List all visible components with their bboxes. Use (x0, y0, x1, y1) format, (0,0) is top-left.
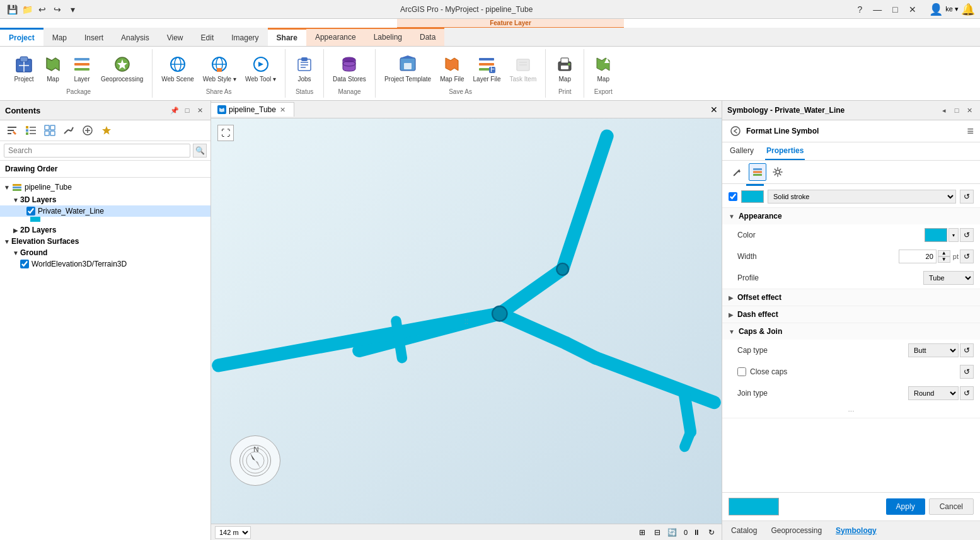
search-button[interactable]: 🔍 (193, 144, 207, 158)
saveas-projecttemplate-button[interactable]: Project Template (381, 52, 435, 86)
stroke-type-select[interactable]: Solid stroke (768, 190, 956, 204)
tree-item-world-elevation[interactable]: WorldElevation3D/Terrain3D (0, 258, 210, 270)
redo-button[interactable]: ↪ (50, 3, 64, 16)
offset-section-header[interactable]: ▶ Offset effect (722, 289, 980, 306)
tree-item-2dlayers[interactable]: ▶ 2D Layers (0, 224, 210, 236)
map-expand-button[interactable]: ⛶ (217, 125, 234, 141)
close-caps-reset-button[interactable]: ↺ (960, 365, 974, 379)
close-caps-checkbox[interactable] (737, 367, 746, 376)
tab-analysis[interactable]: Analysis (112, 28, 158, 46)
filter-line-button[interactable] (61, 122, 77, 139)
pencil-tool-button[interactable] (729, 163, 746, 181)
map-navigator[interactable]: N (230, 435, 280, 486)
help-button[interactable]: ? (853, 3, 866, 16)
tab-labeling[interactable]: Labeling (365, 29, 411, 45)
sym-back-button[interactable] (729, 124, 742, 138)
filter-list-button[interactable] (23, 122, 39, 139)
settings-tool-button[interactable] (769, 163, 787, 181)
save-button[interactable]: 💾 (5, 3, 19, 16)
map-canvas[interactable]: ⛶ :: N (211, 118, 722, 524)
tab-view[interactable]: View (158, 28, 192, 46)
tab-gallery[interactable]: Gallery (729, 142, 755, 160)
package-layer-button[interactable]: Layer (68, 52, 96, 86)
filter-add-button[interactable] (79, 122, 96, 139)
color-reset-button[interactable]: ↺ (960, 228, 974, 242)
saveas-mapfile-button[interactable]: Map File (436, 52, 468, 86)
table-button[interactable]: ⊟ (651, 526, 664, 539)
map-tab-close-button[interactable]: ✕ (279, 105, 287, 114)
apply-button[interactable]: Apply (886, 498, 925, 515)
undo-button[interactable]: ↩ (35, 3, 49, 16)
panel-tab-symbology[interactable]: Symbology (832, 524, 880, 537)
sym-close-button[interactable]: ✕ (964, 105, 975, 116)
layers-tool-button[interactable] (749, 163, 766, 181)
appearance-section-header[interactable]: ▼ Appearance (722, 208, 980, 224)
world-elevation-checkbox[interactable] (20, 260, 29, 268)
cap-type-reset-button[interactable]: ↺ (960, 343, 974, 357)
search-input[interactable] (4, 144, 190, 158)
status-jobs-button[interactable]: Jobs (291, 52, 318, 86)
dash-section-header[interactable]: ▶ Dash effect (722, 306, 980, 323)
layer-checkbox-private-water-line[interactable] (26, 207, 35, 215)
tab-share[interactable]: Share (268, 28, 306, 46)
minimize-button[interactable]: — (871, 3, 884, 16)
stroke-reset-button[interactable]: ↺ (960, 190, 974, 204)
filter-star-button[interactable] (98, 122, 115, 139)
tab-insert[interactable]: Insert (76, 28, 112, 46)
export-map-button[interactable]: Map (589, 52, 617, 86)
customize-button[interactable]: ▾ (66, 3, 79, 16)
sym-float-button[interactable]: □ (951, 105, 962, 116)
map-tab-pipeline[interactable]: pipeline_Tube ✕ (211, 102, 294, 117)
tree-item-3dlayers[interactable]: ▼ 3D Layers (0, 194, 210, 205)
tab-map[interactable]: Map (43, 28, 76, 46)
tab-data[interactable]: Data (411, 29, 444, 45)
grid-button[interactable]: ⊞ (636, 526, 649, 539)
color-dropdown-button[interactable]: ▾ (948, 228, 959, 242)
tab-edit[interactable]: Edit (192, 28, 223, 46)
join-type-reset-button[interactable]: ↺ (960, 386, 974, 400)
panel-tab-geoprocessing[interactable]: Geoprocessing (767, 524, 826, 537)
stroke-checkbox[interactable] (729, 192, 737, 201)
sync-button[interactable]: 🔄 (666, 526, 679, 539)
tab-project[interactable]: Project (0, 28, 43, 46)
color-button[interactable] (925, 228, 947, 242)
maximize-button[interactable]: □ (889, 3, 901, 16)
print-map-button[interactable]: Map (551, 52, 579, 86)
scale-select[interactable]: 142 m (215, 526, 251, 539)
share-webscene-button[interactable]: Web Scene (158, 52, 198, 86)
sym-menu-button[interactable]: ≡ (967, 125, 974, 138)
width-up-button[interactable]: ▲ (938, 250, 950, 256)
tree-item-ground[interactable]: ▼ Ground (0, 247, 210, 258)
panel-pin-button[interactable]: 📌 (169, 105, 180, 116)
caps-section-header[interactable]: ▼ Caps & Join (722, 323, 980, 340)
package-map-button[interactable]: Map (39, 52, 67, 86)
profile-select[interactable]: Tube Strip Wall (923, 271, 974, 285)
pause-button[interactable]: ⏸ (690, 526, 703, 539)
filter-all-button[interactable] (4, 122, 20, 139)
saveas-taskitem-button[interactable]: Task Item (505, 52, 540, 86)
sym-pin-button[interactable]: ◂ (938, 105, 950, 116)
package-geoprocessing-button[interactable]: Geoprocessing (97, 52, 147, 86)
width-reset-button[interactable]: ↺ (960, 250, 974, 263)
filter-table-button[interactable] (42, 122, 58, 139)
panel-float-button[interactable]: □ (182, 105, 193, 116)
share-webstyle-button[interactable]: Web Style ▾ (199, 52, 240, 86)
tree-item-elevation-surfaces[interactable]: ▼ Elevation Surfaces (0, 236, 210, 247)
panel-close-button[interactable]: ✕ (194, 105, 205, 116)
map-close-button[interactable]: ✕ (706, 102, 722, 117)
saveas-layerfile-button[interactable]: F Layer File (470, 52, 505, 86)
share-webtool-button[interactable]: Web Tool ▾ (241, 52, 280, 86)
refresh-button[interactable]: ↻ (705, 526, 718, 539)
cap-type-select[interactable]: Butt Round Square (908, 343, 959, 357)
width-input[interactable] (899, 250, 937, 263)
cancel-button[interactable]: Cancel (929, 498, 974, 515)
close-button[interactable]: ✕ (906, 3, 919, 16)
tree-item-private-water-line[interactable]: Private_Water_Line (0, 205, 210, 217)
open-button[interactable]: 📁 (20, 3, 34, 16)
tab-imagery[interactable]: Imagery (222, 28, 267, 46)
join-type-select[interactable]: Round Miter Bevel (908, 386, 959, 400)
width-down-button[interactable]: ▼ (938, 256, 950, 263)
tab-properties[interactable]: Properties (765, 142, 805, 160)
tab-appearance[interactable]: Appearance (306, 29, 365, 45)
package-project-button[interactable]: Project (10, 52, 38, 86)
